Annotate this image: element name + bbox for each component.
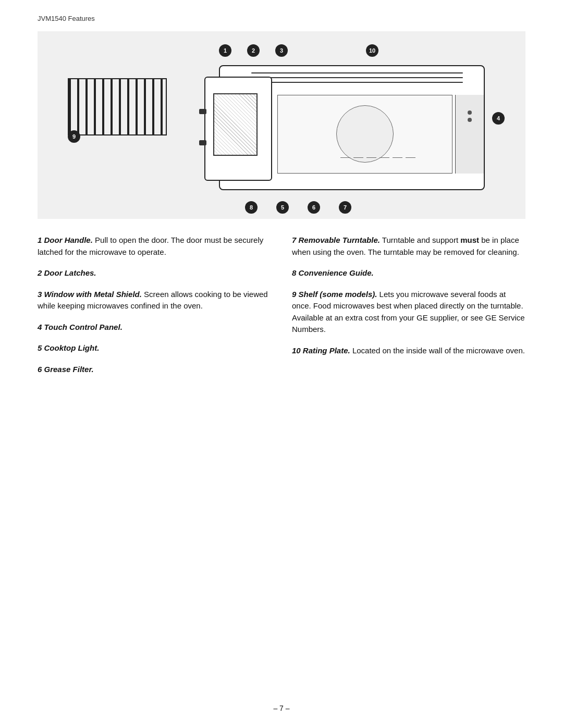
feature-4: 4 Touch Control Panel.	[38, 322, 271, 334]
circle-5: 5	[276, 201, 289, 214]
feature-3: 3 Window with Metal Shield. Screen allow…	[38, 289, 271, 312]
door-latch-bottom	[199, 140, 206, 145]
feature-1-title: Door Handle.	[44, 236, 93, 244]
feature-2-title: Door Latches.	[44, 268, 96, 277]
control-panel	[455, 95, 484, 174]
feature-6: 6 Grease Filter.	[38, 364, 271, 376]
feature-1-num: 1	[38, 236, 42, 244]
microwave-door	[204, 77, 272, 181]
two-column-layout: 1 Door Handle. Pull to open the door. Th…	[38, 235, 525, 385]
page-number: – 7 –	[273, 704, 289, 712]
ctrl-dot	[468, 118, 472, 122]
ctrl-dot	[468, 110, 472, 115]
conv-line	[353, 157, 363, 158]
circle-3: 3	[275, 44, 288, 57]
feature-4-num: 4	[38, 323, 42, 331]
feature-8: 8 Convenience Guide.	[292, 267, 525, 279]
left-column: 1 Door Handle. Pull to open the door. Th…	[38, 235, 271, 385]
feature-10: 10 Rating Plate. Located on the inside w…	[292, 345, 525, 357]
numbers-bottom: 8 5 6 7	[245, 201, 351, 214]
conv-line	[393, 157, 402, 158]
control-dots	[468, 110, 472, 122]
circle-7: 7	[339, 201, 351, 214]
page-header: JVM1540 Features	[38, 15, 95, 22]
feature-1: 1 Door Handle. Pull to open the door. Th…	[38, 235, 271, 258]
circle-4: 4	[492, 112, 505, 125]
feature-2-num: 2	[38, 268, 42, 277]
content-section: 1 Door Handle. Pull to open the door. Th…	[38, 235, 525, 385]
conv-line	[366, 157, 376, 158]
feature-4-title: Touch Control Panel.	[44, 323, 123, 331]
feature-9-num: 9	[292, 290, 296, 299]
feature-2: 2 Door Latches.	[38, 267, 271, 279]
circle-6: 6	[308, 201, 320, 214]
feature-10-title: Rating Plate.	[303, 346, 350, 355]
feature-7-num: 7	[292, 236, 296, 244]
feature-5: 5 Cooktop Light.	[38, 342, 271, 354]
feature-5-title: Cooktop Light.	[44, 343, 100, 352]
header-title: JVM1540 Features	[38, 15, 95, 22]
feature-5-num: 5	[38, 343, 42, 352]
page-footer: – 7 –	[273, 704, 289, 712]
circle-9: 9	[68, 130, 80, 143]
conv-line	[340, 157, 350, 158]
circle-4-container: 4	[492, 112, 505, 125]
feature-9: 9 Shelf (some models). Lets you microwav…	[292, 289, 525, 336]
door-latch-top	[199, 109, 206, 114]
feature-6-title: Grease Filter.	[44, 365, 94, 374]
conv-line	[380, 157, 389, 158]
feature-8-title: Convenience Guide.	[299, 268, 374, 277]
microwave-diagram: 1 2 3 10	[203, 44, 495, 206]
diagram-section: 9 1 2 3 10	[38, 31, 525, 219]
conv-line	[406, 157, 415, 158]
feature-8-num: 8	[292, 268, 296, 277]
feature-7-title: Removable Turntable.	[299, 236, 380, 244]
mw-cavity	[277, 95, 452, 174]
feature-7: 7 Removable Turntable. Turntable and sup…	[292, 235, 525, 258]
feature-3-title: Window with Metal Shield.	[44, 290, 142, 299]
feature-3-num: 3	[38, 290, 42, 299]
convenience-guide	[335, 152, 421, 163]
vent-line-1	[251, 72, 463, 73]
numbers-top: 1 2 3 10	[219, 44, 378, 57]
shelf-label: 9	[68, 130, 172, 143]
circle-1: 1	[219, 44, 231, 57]
circle-2: 2	[247, 44, 260, 57]
door-window	[213, 93, 258, 156]
feature-10-num: 10	[292, 346, 301, 355]
top-vents	[251, 70, 463, 85]
right-column: 7 Removable Turntable. Turntable and sup…	[292, 235, 525, 385]
feature-9-title: Shelf (some models).	[299, 290, 377, 299]
vent-line-2	[251, 77, 463, 78]
shelf-grid	[68, 78, 167, 135]
feature-10-desc: Located on the inside wall of the microw…	[352, 346, 525, 355]
circle-8: 8	[245, 201, 258, 214]
feature-6-num: 6	[38, 365, 42, 374]
shelf-diagram: 9	[68, 68, 172, 182]
mw-outer-body	[219, 65, 485, 190]
vent-line-3	[251, 82, 463, 83]
circle-10: 10	[366, 44, 378, 57]
